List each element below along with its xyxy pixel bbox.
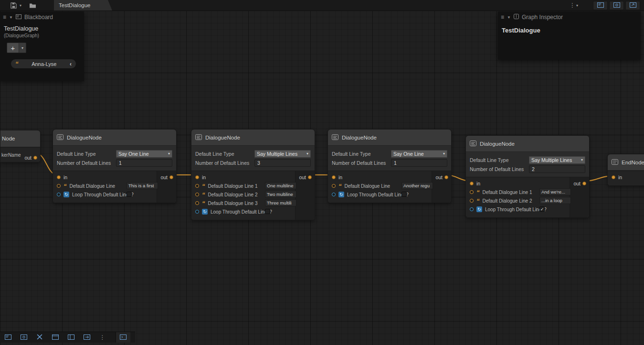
dialogue-line-field[interactable]: One multiline	[265, 182, 296, 189]
blackboard-icon	[597, 1, 604, 10]
loop-port[interactable]	[57, 193, 61, 196]
dialogue-line-field[interactable]: This is a first	[127, 182, 158, 189]
blackboard-panel: ≡ ▼ Blackboard TestDialogue (DialogueGra…	[0, 11, 84, 81]
console-button[interactable]	[116, 332, 130, 343]
save-button[interactable]	[11, 2, 17, 9]
num-lines-field[interactable]: 2	[529, 165, 585, 173]
add-property-button[interactable]: +	[7, 43, 19, 53]
quote-icon: “	[63, 184, 67, 188]
blackboard-property-anna-lyse[interactable]: “ Anna-Lyse ‹	[11, 59, 76, 69]
end-node-icon	[612, 158, 618, 167]
num-lines-field[interactable]: 3	[254, 159, 311, 167]
loop-port[interactable]	[195, 210, 199, 214]
dialogue-line-port[interactable]	[195, 201, 199, 205]
speaker-node-partial[interactable]: Node kerName out	[0, 130, 41, 162]
node-title: DialogueNode	[205, 135, 240, 140]
num-lines-field[interactable]: 1	[116, 159, 172, 167]
node-title-bar[interactable]: Node	[0, 130, 40, 147]
node-title-bar[interactable]: DialogueNode	[328, 129, 451, 146]
blackboard-toggle-button[interactable]	[593, 1, 608, 10]
open-folder-button[interactable]	[29, 3, 36, 8]
hamburger-icon[interactable]: ≡	[3, 15, 6, 20]
node-title: DialogueNode	[480, 141, 515, 147]
dialogue-node-3[interactable]: DialogueNode Default Line Type Say One L…	[327, 129, 452, 203]
inspector-panel-icon	[514, 14, 519, 21]
dialogue-line-field[interactable]: And we're...	[539, 188, 571, 195]
dialogue-line-port[interactable]	[332, 184, 336, 188]
dialogue-line-field[interactable]: ...in a loop	[539, 197, 571, 204]
dialogue-line-port[interactable]	[195, 184, 199, 188]
node-title-bar[interactable]: DialogueNode	[466, 136, 589, 152]
loop-checkbox[interactable]	[265, 209, 270, 214]
blackboard-header[interactable]: ≡ ▼ Blackboard	[0, 11, 84, 23]
line-type-dropdown[interactable]: Say One Line ▾	[391, 150, 447, 158]
blackboard-graph-type: (DialogueGraph)	[4, 33, 80, 38]
exit-panel-icon	[84, 333, 90, 342]
graph-inspector-toggle-button[interactable]	[16, 332, 32, 343]
line-type-dropdown[interactable]: Say Multiple Lines ▾	[529, 156, 585, 164]
loop-checkbox[interactable]	[127, 192, 132, 197]
input-port[interactable]	[332, 175, 336, 179]
chevron-left-icon[interactable]: ‹	[70, 61, 72, 67]
loop-port[interactable]	[332, 193, 336, 196]
loop-checkbox[interactable]: ✓	[539, 206, 545, 212]
node-title-bar[interactable]: EndNode	[608, 154, 644, 171]
dialogue-line-field[interactable]: Two multiline	[265, 191, 296, 198]
end-node[interactable]: EndNode in	[607, 154, 644, 186]
save-dropdown-button[interactable]: ▾	[20, 3, 21, 8]
input-port[interactable]	[612, 175, 615, 179]
panel-columns-icon	[68, 333, 74, 342]
minimap-toggle-button[interactable]	[625, 1, 640, 10]
input-port[interactable]	[57, 175, 61, 179]
output-port[interactable]	[33, 156, 37, 160]
num-lines-label: Number of Default Lines	[195, 160, 254, 166]
line-type-dropdown[interactable]: Say One Line ▾	[116, 150, 172, 158]
output-port[interactable]	[169, 175, 173, 179]
num-lines-field[interactable]: 1	[391, 159, 447, 167]
toolbar-more-menu[interactable]: ⋮ ▾	[570, 2, 578, 8]
line-type-dropdown[interactable]: Say Multiple Lines ▾	[254, 150, 311, 158]
collapse-arrow-icon[interactable]: ▼	[507, 15, 511, 20]
more-options-button[interactable]: ⋮	[95, 332, 110, 343]
blackboard-panel-icon	[16, 14, 21, 21]
dialogue-line-field[interactable]: Another regu	[401, 182, 433, 189]
quote-icon: “	[15, 62, 19, 66]
input-port[interactable]	[470, 182, 474, 185]
graph-inspector-header[interactable]: ≡ ▼ Graph Inspector	[498, 11, 641, 23]
output-port[interactable]	[308, 175, 312, 179]
dropdown-value: Say Multiple Lines	[257, 151, 297, 157]
loop-checkbox[interactable]	[401, 192, 407, 197]
inspector-icon	[613, 1, 620, 10]
dialogue-line-port[interactable]	[195, 193, 199, 196]
output-port[interactable]	[582, 182, 586, 185]
collapse-arrow-icon[interactable]: ▼	[9, 15, 13, 20]
exit-panel-button[interactable]	[79, 332, 95, 343]
window-toggle-button[interactable]	[47, 332, 63, 343]
blackboard-toggle-button[interactable]	[0, 332, 16, 343]
input-port[interactable]	[195, 175, 199, 179]
output-port[interactable]	[444, 175, 448, 179]
graph-inspector-panel: ≡ ▼ Graph Inspector TestDialogue	[498, 11, 641, 60]
graph-editor-window: ▾ TestDialogue ⋮ ▾	[0, 0, 644, 345]
blackboard-panel-button[interactable]	[63, 332, 79, 343]
add-property-dropdown[interactable]: ▾	[19, 43, 26, 53]
num-lines-label: Number of Default Lines	[332, 160, 391, 166]
graph-inspector-toggle-button[interactable]	[609, 1, 624, 10]
dialogue-line-field[interactable]: Three multili	[265, 199, 296, 206]
graph-tab[interactable]: TestDialogue	[54, 0, 112, 11]
dialogue-node-2[interactable]: DialogueNode Default Line Type Say Multi…	[191, 129, 315, 220]
hamburger-icon[interactable]: ≡	[501, 15, 504, 20]
loop-port[interactable]	[470, 207, 474, 211]
dialogue-line-port[interactable]	[470, 190, 474, 194]
tools-button[interactable]	[32, 332, 47, 343]
loop-icon: ↻	[202, 209, 208, 215]
dialogue-node-1[interactable]: DialogueNode Default Line Type Say One L…	[53, 129, 177, 203]
dialogue-node-4[interactable]: DialogueNode Default Line Type Say Multi…	[465, 135, 590, 218]
dialogue-line-port[interactable]	[57, 184, 61, 188]
dialogue-line-port[interactable]	[470, 199, 474, 203]
dialogue-line-label: Default Dialogue Line 1	[208, 183, 258, 189]
loop-icon: ↻	[63, 192, 69, 197]
quote-icon: “	[202, 201, 205, 205]
node-title-bar[interactable]: DialogueNode	[191, 129, 315, 146]
node-title-bar[interactable]: DialogueNode	[53, 129, 176, 146]
